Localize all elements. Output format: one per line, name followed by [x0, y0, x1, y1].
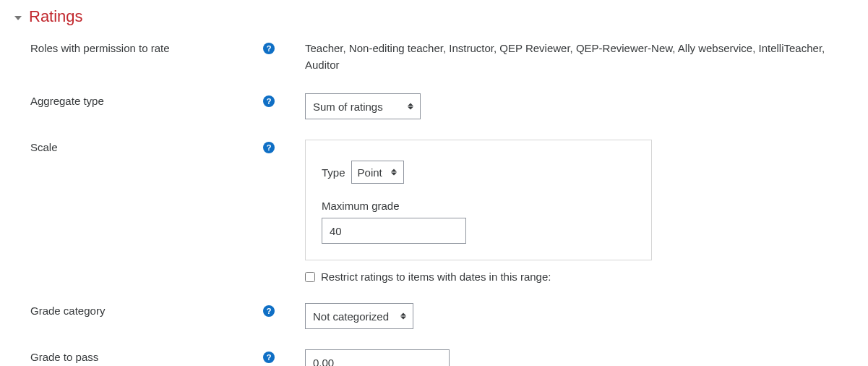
row-roles: Roles with permission to rate ? Teacher,…	[14, 41, 854, 73]
grade-category-select-wrap: Not categorized	[305, 303, 413, 329]
value-col-scale: Type Point Maximum grade Restrict rating…	[282, 140, 854, 283]
restrict-label: Restrict ratings to items with dates in …	[321, 271, 551, 283]
help-icon[interactable]: ?	[263, 352, 275, 363]
scale-max-label: Maximum grade	[322, 200, 635, 212]
value-col-aggregate: Sum of ratings	[282, 93, 854, 119]
value-col-grade-to-pass	[282, 349, 854, 366]
scale-max-input[interactable]	[322, 218, 466, 244]
grade-category-select[interactable]: Not categorized	[305, 303, 413, 329]
help-icon[interactable]: ?	[263, 305, 275, 317]
roles-value: Teacher, Non-editing teacher, Instructor…	[305, 41, 854, 73]
label-col-roles: Roles with permission to rate ?	[14, 41, 282, 54]
aggregate-label: Aggregate type	[30, 95, 263, 107]
section-title: Ratings	[29, 7, 83, 26]
scale-type-label: Type	[322, 166, 345, 179]
grade-to-pass-input[interactable]	[305, 349, 450, 366]
label-col-grade-category: Grade category ?	[14, 303, 282, 317]
row-scale: Scale ? Type Point Maximum grade Restric…	[14, 140, 854, 283]
scale-label: Scale	[30, 141, 263, 153]
label-col-grade-to-pass: Grade to pass ?	[14, 349, 282, 363]
help-icon[interactable]: ?	[263, 95, 275, 107]
scale-type-select-wrap: Point	[351, 161, 404, 184]
value-col-grade-category: Not categorized	[282, 303, 854, 329]
scale-type-select[interactable]: Point	[351, 161, 404, 184]
help-icon[interactable]: ?	[263, 43, 275, 54]
roles-label: Roles with permission to rate	[30, 42, 263, 54]
help-icon[interactable]: ?	[263, 142, 275, 153]
scale-type-row: Type Point	[322, 161, 635, 184]
row-grade-to-pass: Grade to pass ?	[14, 349, 854, 366]
aggregate-select[interactable]: Sum of ratings	[305, 93, 421, 119]
row-aggregate: Aggregate type ? Sum of ratings	[14, 93, 854, 119]
aggregate-select-wrap: Sum of ratings	[305, 93, 421, 119]
collapse-icon	[14, 16, 22, 20]
scale-box: Type Point Maximum grade	[305, 140, 652, 260]
grade-category-label: Grade category	[30, 305, 263, 317]
restrict-checkbox[interactable]	[305, 272, 315, 282]
label-col-scale: Scale ?	[14, 140, 282, 153]
section-header[interactable]: Ratings	[14, 7, 854, 26]
row-grade-category: Grade category ? Not categorized	[14, 303, 854, 329]
label-col-aggregate: Aggregate type ?	[14, 93, 282, 107]
grade-to-pass-label: Grade to pass	[30, 351, 263, 363]
restrict-row: Restrict ratings to items with dates in …	[305, 271, 854, 283]
value-col-roles: Teacher, Non-editing teacher, Instructor…	[282, 41, 854, 73]
